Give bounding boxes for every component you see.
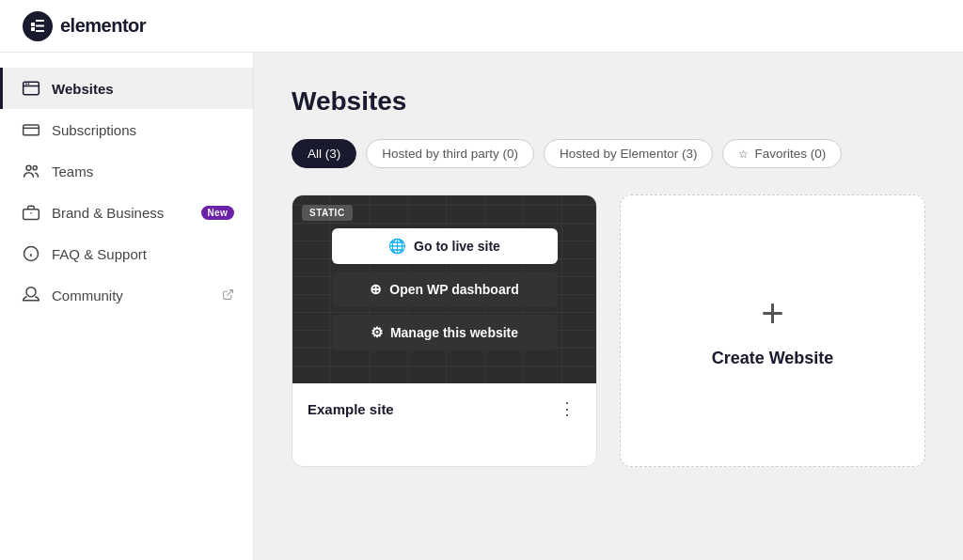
filter-tab-all[interactable]: All (3) bbox=[292, 139, 356, 168]
svg-point-11 bbox=[26, 165, 31, 170]
sidebar-item-community-label: Community bbox=[52, 288, 123, 303]
info-icon bbox=[22, 244, 40, 263]
filter-tab-elementor-label: Hosted by Elementor (3) bbox=[560, 147, 697, 161]
gear-icon: ⚙ bbox=[371, 324, 383, 341]
go-to-live-site-button[interactable]: 🌐 Go to live site bbox=[332, 228, 558, 264]
svg-rect-3 bbox=[36, 24, 44, 26]
app-header: elementor bbox=[0, 0, 963, 53]
logo-icon bbox=[23, 11, 53, 41]
filter-tabs: All (3) Hosted by third party (0) Hosted… bbox=[292, 139, 925, 168]
new-badge: New bbox=[201, 206, 234, 220]
external-link-icon bbox=[222, 288, 234, 303]
filter-tab-third-party-label: Hosted by third party (0) bbox=[382, 147, 518, 161]
logo[interactable]: elementor bbox=[23, 11, 146, 41]
card-actions: 🌐 Go to live site ⊕ Open WP dashboard ⚙ … bbox=[332, 228, 558, 350]
svg-rect-4 bbox=[36, 30, 44, 32]
go-to-live-site-label: Go to live site bbox=[414, 239, 500, 254]
sidebar: Websites Subscriptions Teams Brand & Bus… bbox=[0, 53, 254, 560]
sidebar-item-brand-business-label: Brand & Business bbox=[52, 205, 164, 221]
sidebar-item-teams[interactable]: Teams bbox=[0, 150, 253, 192]
filter-tab-elementor[interactable]: Hosted by Elementor (3) bbox=[544, 139, 713, 168]
briefcase-icon bbox=[22, 203, 40, 222]
main-content: Websites All (3) Hosted by third party (… bbox=[254, 53, 963, 560]
card-icon bbox=[22, 120, 40, 139]
sidebar-item-community[interactable]: Community bbox=[0, 274, 253, 316]
static-badge: STATIC bbox=[302, 205, 353, 221]
create-plus-icon: + bbox=[761, 294, 784, 334]
sidebar-item-brand-business[interactable]: Brand & Business New bbox=[0, 192, 253, 233]
svg-point-12 bbox=[33, 166, 37, 170]
create-website-label: Create Website bbox=[712, 349, 834, 368]
filter-tab-favorites-label: Favorites (0) bbox=[754, 147, 826, 161]
sidebar-item-websites-label: Websites bbox=[52, 81, 114, 97]
sidebar-item-subscriptions[interactable]: Subscriptions bbox=[0, 109, 253, 150]
filter-tab-all-label: All (3) bbox=[308, 147, 340, 161]
sidebar-item-websites[interactable]: Websites bbox=[0, 68, 253, 109]
svg-line-18 bbox=[227, 289, 232, 295]
create-website-card[interactable]: + Create Website bbox=[620, 194, 925, 467]
open-wp-dashboard-label: Open WP dashboard bbox=[389, 282, 518, 297]
wordpress-icon: ⊕ bbox=[370, 281, 382, 298]
users-icon bbox=[22, 162, 40, 180]
manage-website-label: Manage this website bbox=[390, 325, 518, 340]
sidebar-item-subscriptions-label: Subscriptions bbox=[52, 122, 136, 138]
page-title: Websites bbox=[292, 86, 925, 117]
app-layout: Websites Subscriptions Teams Brand & Bus… bbox=[0, 53, 963, 560]
card-footer: Example site ⋮ bbox=[292, 383, 596, 434]
svg-rect-1 bbox=[31, 27, 35, 31]
star-icon: ☆ bbox=[738, 148, 749, 161]
card-site-name: Example site bbox=[308, 401, 394, 417]
sidebar-item-faq-label: FAQ & Support bbox=[52, 246, 147, 262]
svg-rect-5 bbox=[24, 82, 39, 94]
browser-icon bbox=[22, 79, 40, 98]
website-card[interactable]: STATIC 🌐 Go to live site ⊕ Open WP dashb… bbox=[292, 194, 597, 467]
svg-point-17 bbox=[31, 251, 32, 252]
sidebar-item-faq-support[interactable]: FAQ & Support bbox=[0, 233, 253, 274]
cards-grid: STATIC 🌐 Go to live site ⊕ Open WP dashb… bbox=[292, 194, 925, 467]
globe-icon: 🌐 bbox=[388, 238, 406, 255]
svg-rect-0 bbox=[31, 23, 35, 26]
svg-rect-9 bbox=[24, 125, 39, 135]
svg-rect-2 bbox=[36, 20, 44, 22]
community-icon bbox=[22, 286, 40, 304]
manage-website-button[interactable]: ⚙ Manage this website bbox=[332, 315, 558, 350]
card-more-button[interactable]: ⋮ bbox=[553, 397, 581, 421]
sidebar-item-teams-label: Teams bbox=[52, 163, 93, 179]
card-thumbnail: STATIC 🌐 Go to live site ⊕ Open WP dashb… bbox=[292, 195, 596, 383]
logo-text: elementor bbox=[60, 15, 146, 37]
filter-tab-third-party[interactable]: Hosted by third party (0) bbox=[366, 139, 534, 168]
filter-tab-favorites[interactable]: ☆ Favorites (0) bbox=[722, 139, 842, 168]
svg-rect-13 bbox=[24, 210, 39, 220]
open-wp-dashboard-button[interactable]: ⊕ Open WP dashboard bbox=[332, 272, 558, 307]
